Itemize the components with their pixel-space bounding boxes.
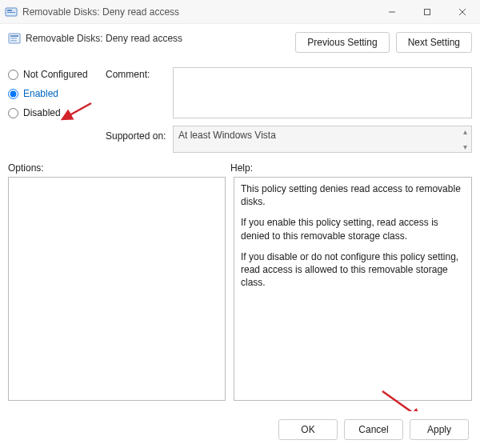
help-paragraph-1: This policy setting denies read access t… [241,182,465,208]
dialog-footer: OK Cancel Apply [0,411,480,448]
svg-rect-9 [10,38,17,39]
previous-setting-button[interactable]: Previous Setting [295,32,389,53]
radio-label-disabled: Disabled [23,107,61,118]
svg-rect-1 [7,10,12,11]
help-panel: This policy setting denies read access t… [234,177,472,401]
help-label: Help: [230,162,253,174]
nav-buttons: Previous Setting Next Setting [295,32,472,53]
policy-icon [8,32,21,45]
state-radio-group: Not Configured Enabled Disabled [8,67,102,118]
title-bar: Removable Disks: Deny read access [0,0,480,24]
radio-label-not-configured: Not Configured [23,69,88,80]
state-disabled[interactable]: Disabled [8,107,102,118]
radio-disabled[interactable] [8,108,18,118]
policy-window-icon [5,6,18,18]
help-paragraph-3: If you disable or do not configure this … [241,250,465,290]
close-button[interactable] [445,0,480,24]
options-label: Options: [8,162,230,174]
apply-button[interactable]: Apply [410,419,469,440]
options-panel [8,177,226,401]
supported-on-value: At least Windows Vista [178,130,276,141]
next-setting-button[interactable]: Next Setting [396,32,472,53]
state-enabled[interactable]: Enabled [8,88,102,99]
dialog-content: Removable Disks: Deny read access Previo… [0,24,480,411]
svg-rect-8 [10,35,18,37]
state-not-configured[interactable]: Not Configured [8,69,102,80]
help-paragraph-2: If you enable this policy setting, read … [241,216,465,242]
window-title: Removable Disks: Deny read access [22,6,374,18]
supported-on-box: At least Windows Vista [173,126,472,153]
minimize-button[interactable] [374,0,410,24]
radio-label-enabled: Enabled [23,88,58,99]
svg-rect-4 [425,9,430,14]
policy-heading: Removable Disks: Deny read access [8,32,182,45]
comment-textarea[interactable] [173,67,472,118]
ok-button[interactable]: OK [278,419,338,440]
svg-rect-10 [10,40,17,42]
comment-label: Comment: [106,67,170,80]
maximize-button[interactable] [410,0,445,24]
supported-on-label: Supported on: [106,126,170,142]
cancel-button[interactable]: Cancel [344,419,403,440]
svg-rect-2 [7,12,15,13]
radio-enabled[interactable] [8,89,18,99]
policy-name: Removable Disks: Deny read access [26,33,182,44]
radio-not-configured[interactable] [8,70,18,80]
